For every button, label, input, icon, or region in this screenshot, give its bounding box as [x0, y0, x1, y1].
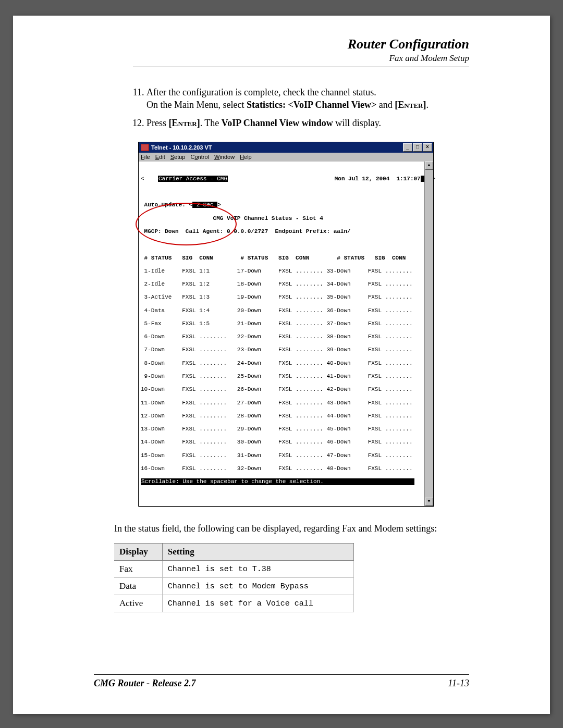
step-12-a: Press	[146, 118, 169, 128]
term-banner: < Carrier Access - CMG Mon Jul 12, 2004 …	[141, 176, 432, 182]
step-11-line2a: On the Main Menu, select	[146, 100, 247, 110]
row-8: 8-Down FXSL ........ 24-Down FXSL ......…	[141, 360, 432, 367]
au-val: 2 Sec	[192, 202, 217, 208]
cell-display: Fax	[114, 561, 162, 578]
row-4: 4-Data FXSL 1:4 20-Down FXSL ........ 36…	[141, 307, 432, 314]
menu-file[interactable]: File	[141, 154, 150, 161]
au-end: >	[217, 202, 221, 208]
step-12-enter: [Enter]	[169, 118, 200, 128]
page-title: Router Configuration	[133, 36, 469, 52]
status-header-text: CMG VoIP Channel Status - Slot 4	[141, 215, 323, 221]
banner-title: Carrier Access - CMG	[158, 176, 228, 182]
row-11: 11-Down FXSL ........ 27-Down FXSL .....…	[141, 400, 432, 406]
cell-display: Active	[114, 595, 162, 612]
window-title: Telnet - 10.10.2.203 VT	[151, 144, 403, 151]
banner-date: Mon Jul 12, 2004 1:17:07	[335, 176, 421, 182]
row-14: 14-Down FXSL ........ 30-Down FXSL .....…	[141, 439, 432, 446]
minimize-button[interactable]: _	[403, 143, 412, 152]
row-5: 5-Fax FXSL 1:5 21-Down FXSL ........ 37-…	[141, 320, 432, 327]
step-11-enter: [Enter]	[395, 100, 426, 110]
cell-display: Data	[114, 578, 162, 595]
scroll-down-button[interactable]: ▼	[425, 498, 433, 506]
table-row: Active Channel is set for a Voice call	[114, 595, 354, 612]
page-footer: CMG Router - Release 2.7 11-13	[94, 674, 469, 689]
row-16: 16-Down FXSL ........ 32-Down FXSL .....…	[141, 465, 432, 472]
table-row: Data Channel is set to Modem Bypass	[114, 578, 354, 595]
menu-window[interactable]: Window	[214, 154, 235, 161]
page-header: Router Configuration Fax and Modem Setup	[133, 36, 469, 64]
window-titlebar[interactable]: Telnet - 10.10.2.203 VT _ □ ×	[139, 142, 433, 153]
step-11-bold: Statistics: <VoIP Channel View>	[247, 100, 376, 110]
col-display: Display	[114, 544, 162, 561]
footer-rule	[94, 674, 469, 675]
row-1: 1-Idle FXSL 1:1 17-Down FXSL ........ 33…	[141, 268, 432, 275]
row-10: 10-Down FXSL ........ 26-Down FXSL .....…	[141, 386, 432, 393]
document-page: Router Configuration Fax and Modem Setup…	[13, 16, 550, 714]
footer-right: 11-13	[448, 678, 469, 689]
cell-setting: Channel is set for a Voice call	[162, 595, 353, 612]
header-rule	[133, 67, 469, 67]
col-setting: Setting	[162, 544, 353, 561]
blank2	[141, 241, 432, 248]
row-15: 15-Down FXSL ........ 31-Down FXSL .....…	[141, 452, 432, 459]
mgcp-line: MGCP: Down Call Agent: 0.0.0.0/2727 Endp…	[141, 228, 432, 235]
row-13: 13-Down FXSL ........ 29-Down FXSL .....…	[141, 426, 432, 433]
row-9: 9-Down FXSL ........ 25-Down FXSL ......…	[141, 373, 432, 380]
highlight-circle-icon	[136, 203, 237, 245]
footer-inv: Scrollable: Use the spacebar to change t…	[141, 478, 414, 485]
maximize-button[interactable]: □	[413, 143, 422, 152]
step-11: After the configuration is complete, che…	[146, 86, 469, 112]
cell-setting: Channel is set to Modem Bypass	[162, 578, 353, 595]
lt: <	[141, 176, 144, 182]
menu-control[interactable]: Control	[190, 154, 209, 161]
term-footer: Scrollable: Use the spacebar to change t…	[141, 478, 432, 485]
status-header: CMG VoIP Channel Status - Slot 4	[141, 215, 432, 222]
table-row: Fax Channel is set to T.38	[114, 561, 354, 578]
blank1	[141, 189, 432, 195]
row-12: 12-Down FXSL ........ 28-Down FXSL .....…	[141, 413, 432, 419]
footer-left: CMG Router - Release 2.7	[94, 678, 196, 689]
settings-table: Display Setting Fax Channel is set to T.…	[114, 543, 354, 612]
page-subtitle: Fax and Modem Setup	[133, 53, 469, 64]
col-header-text: # STATUS SIG CONN # STATUS SIG CONN # ST…	[141, 255, 406, 261]
step-12: Press [Enter]. The VoIP Channel View win…	[146, 117, 469, 129]
step-11-line2b: and	[376, 100, 395, 110]
row-2: 2-Idle FXSL 1:2 18-Down FXSL ........ 34…	[141, 281, 432, 288]
scrollbar[interactable]: ▲ ▼	[424, 162, 433, 506]
step-12-bold: VoIP Channel View window	[222, 118, 333, 128]
close-button[interactable]: ×	[423, 143, 432, 152]
step-11-line1: After the configuration is complete, che…	[146, 87, 376, 97]
row-3: 3-Active FXSL 1:3 19-Down FXSL ........ …	[141, 294, 432, 301]
menu-setup[interactable]: Setup	[170, 154, 186, 161]
step-12-b: . The	[200, 118, 222, 128]
explain-paragraph: In the status field, the following can b…	[114, 522, 469, 535]
step-11-dot: .	[426, 100, 429, 110]
step-12-c: will display.	[333, 118, 381, 128]
window-buttons: _ □ ×	[403, 143, 432, 152]
telnet-window: Telnet - 10.10.2.203 VT _ □ × File Edit …	[138, 142, 434, 507]
scroll-up-button[interactable]: ▲	[425, 162, 433, 170]
au-label: Auto-Update: <	[144, 202, 192, 208]
row-7: 7-Down FXSL ........ 23-Down FXSL ......…	[141, 347, 432, 353]
menu-help[interactable]: Help	[240, 154, 252, 161]
menu-edit[interactable]: Edit	[155, 154, 165, 161]
auto-update-line: Auto-Update: < 2 Sec >	[141, 202, 432, 208]
table-header-row: Display Setting	[114, 544, 354, 561]
footer-row: CMG Router - Release 2.7 11-13	[94, 678, 469, 689]
row-6: 6-Down FXSL ........ 22-Down FXSL ......…	[141, 334, 432, 340]
app-icon	[141, 144, 149, 151]
cell-setting: Channel is set to T.38	[162, 561, 353, 578]
content-area: Router Configuration Fax and Modem Setup…	[13, 36, 550, 612]
terminal-area[interactable]: ▲ ▼ < Carrier Access - CMG Mon Jul 12, 2…	[139, 162, 433, 506]
step-list: After the configuration is complete, che…	[133, 86, 469, 129]
menu-bar: File Edit Setup Control Window Help	[139, 153, 433, 162]
mgcp-text: MGCP: Down Call Agent: 0.0.0.0/2727 Endp…	[144, 228, 351, 235]
col-header: # STATUS SIG CONN # STATUS SIG CONN # ST…	[141, 255, 432, 262]
